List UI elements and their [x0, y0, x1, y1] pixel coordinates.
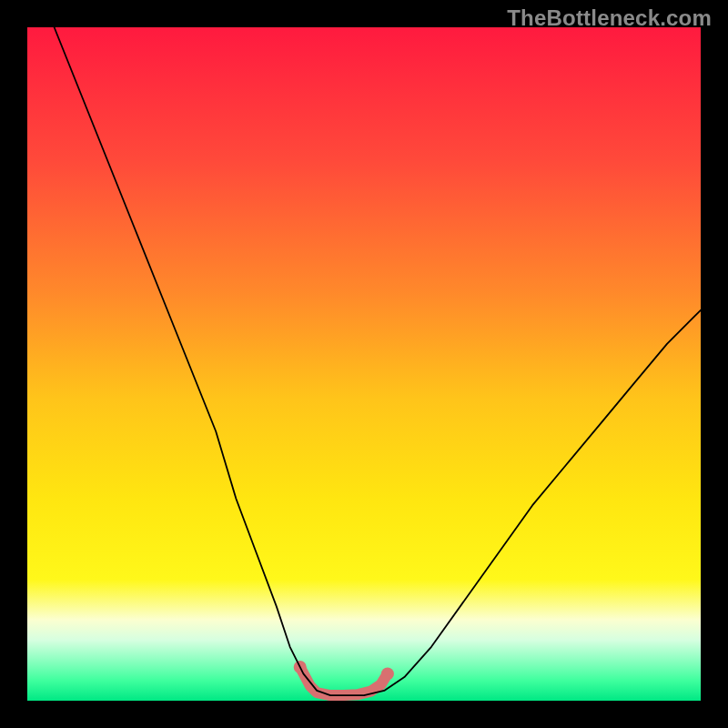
gradient-background: [27, 27, 701, 701]
watermark-text: TheBottleneck.com: [507, 5, 712, 31]
chart-frame: TheBottleneck.com: [0, 0, 728, 728]
bottleneck-chart: [0, 0, 728, 728]
